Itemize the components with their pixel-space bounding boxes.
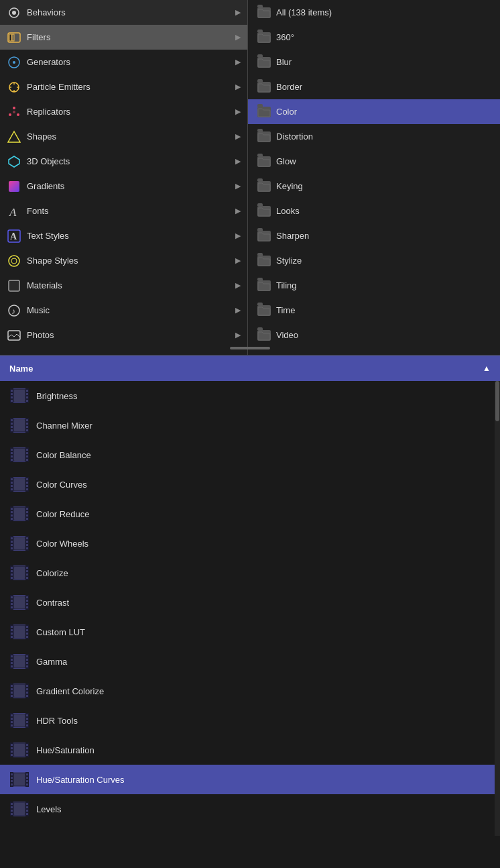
sidebar-arrow-materials: ▶: [235, 281, 241, 290]
scrollbar[interactable]: [230, 347, 270, 349]
svg-rect-175: [11, 744, 13, 746]
svg-rect-99: [14, 537, 25, 549]
svg-rect-191: [26, 773, 28, 775]
svg-rect-104: [11, 570, 13, 572]
filter-category-360[interactable]: 360°: [248, 25, 500, 50]
svg-rect-75: [14, 478, 25, 490]
filter-category-glow[interactable]: Glow: [248, 149, 500, 174]
sidebar-item-label-gradients: Gradients: [27, 181, 235, 191]
folder-icon-tiling: [257, 280, 271, 291]
list-item-color-reduce[interactable]: Color Reduce: [0, 499, 500, 529]
list-item-gradient-colorize[interactable]: Gradient Colorize: [0, 676, 500, 706]
filter-category-label-distortion: Distortion: [276, 131, 313, 142]
sidebar-item-label-materials: Materials: [27, 280, 235, 290]
list-item-hdr-tools[interactable]: HDR Tools: [0, 706, 500, 735]
name-header[interactable]: Name ▲: [0, 356, 500, 381]
sidebar-item-generators[interactable]: Generators▶: [0, 50, 247, 74]
filter-category-keying[interactable]: Keying: [248, 174, 500, 199]
svg-rect-34: [11, 400, 13, 402]
filter-category-blur[interactable]: Blur: [248, 50, 500, 74]
folder-icon-color: [257, 107, 271, 117]
list-item-colorize[interactable]: Colorize: [0, 558, 500, 588]
sidebar-item-filters[interactable]: Filters▶: [0, 25, 247, 50]
sidebar-item-shapes[interactable]: Shapes▶: [0, 124, 247, 149]
svg-rect-199: [11, 803, 13, 805]
filter-category-border[interactable]: Border: [248, 74, 500, 99]
svg-rect-141: [11, 662, 13, 664]
svg-rect-153: [11, 692, 13, 694]
list-item-custom-lut[interactable]: Custom LUT: [0, 617, 500, 647]
filter-category-stylize[interactable]: Stylize: [248, 248, 500, 273]
sidebar-item-replicators[interactable]: Replicators▶: [0, 99, 247, 124]
bottom-panel: Name ▲ Brightness Channel Mixer: [0, 356, 500, 868]
svg-rect-3: [9, 34, 11, 41]
list-item-color-wheels[interactable]: Color Wheels: [0, 529, 500, 558]
sidebar-item-text-styles[interactable]: AText Styles▶: [0, 223, 247, 248]
filter-category-sharpen[interactable]: Sharpen: [248, 223, 500, 248]
sidebar-item-label-text-styles: Text Styles: [27, 231, 235, 241]
sidebar-item-materials[interactable]: Materials▶: [0, 273, 247, 298]
film-strip-icon-color-wheels: [9, 535, 29, 552]
filter-category-distortion[interactable]: Distortion: [248, 124, 500, 149]
svg-point-14: [9, 113, 11, 116]
filter-category-label-blur: Blur: [276, 57, 292, 67]
sidebar-item-shape-styles[interactable]: Shape Styles▶: [0, 248, 247, 273]
svg-rect-59: [26, 449, 28, 451]
svg-rect-195: [14, 773, 25, 785]
svg-rect-44: [11, 423, 13, 425]
svg-rect-83: [26, 508, 28, 510]
list-item-levels[interactable]: Levels: [0, 794, 500, 824]
film-strip-icon-hue-saturation: [9, 741, 29, 759]
sidebar-item-label-shape-styles: Shape Styles: [27, 256, 235, 266]
sidebar-arrow-text-styles: ▶: [235, 231, 241, 240]
filter-category-all[interactable]: All (138 items): [248, 0, 500, 25]
sidebar-item-label-particle-emitters: Particle Emitters: [27, 82, 235, 92]
sidebar-item-3d-objects[interactable]: 3D Objects▶: [0, 149, 247, 174]
svg-rect-67: [11, 478, 13, 480]
svg-rect-47: [26, 419, 28, 421]
list-item-channel-mixer[interactable]: Channel Mixer: [0, 411, 500, 440]
svg-rect-55: [11, 449, 13, 451]
svg-rect-72: [26, 482, 28, 484]
filter-category-color[interactable]: Color: [248, 99, 500, 124]
list-item-hue-saturation[interactable]: Hue/Saturation: [0, 735, 500, 765]
list-item-color-curves[interactable]: Color Curves: [0, 470, 500, 499]
svg-point-22: [9, 256, 19, 266]
sidebar-item-gradients[interactable]: Gradients▶: [0, 174, 247, 199]
list-scrollbar[interactable]: [495, 381, 500, 836]
list-item-hue-saturation-curves[interactable]: Hue/Saturation Curves: [0, 765, 500, 794]
svg-rect-109: [26, 574, 28, 576]
list-item-brightness[interactable]: Brightness: [0, 381, 500, 411]
list-item-gamma[interactable]: Gamma: [0, 647, 500, 676]
filter-category-time[interactable]: Time: [248, 298, 500, 323]
list-item-color-balance[interactable]: Color Balance: [0, 440, 500, 470]
svg-rect-85: [26, 514, 28, 517]
svg-rect-84: [26, 511, 28, 513]
bottom-panel-wrapper: Name ▲ Brightness Channel Mixer: [0, 356, 500, 868]
sidebar-item-fonts[interactable]: AFonts▶: [0, 199, 247, 223]
svg-rect-82: [11, 518, 13, 520]
sidebar-arrow-3d-objects: ▶: [235, 157, 241, 166]
svg-rect-134: [26, 636, 28, 638]
svg-rect-130: [11, 636, 13, 638]
folder-icon-video: [257, 330, 271, 341]
top-panel: Behaviors▶Filters▶Generators▶Particle Em…: [0, 0, 500, 356]
sidebar-item-photos[interactable]: Photos▶: [0, 323, 247, 347]
svg-rect-106: [11, 577, 13, 579]
folder-icon-blur: [257, 57, 271, 68]
sidebar-item-music[interactable]: ♪Music▶: [0, 298, 247, 323]
sidebar-item-behaviors[interactable]: Behaviors▶: [0, 0, 247, 25]
filter-category-looks[interactable]: Looks: [248, 199, 500, 223]
svg-rect-86: [26, 518, 28, 520]
sidebar-arrow-shape-styles: ▶: [235, 256, 241, 265]
svg-rect-128: [11, 629, 13, 631]
list-item-label-gradient-colorize: Gradient Colorize: [36, 686, 104, 696]
folder-icon-looks: [257, 206, 271, 217]
list-item-contrast[interactable]: Contrast: [0, 588, 500, 617]
filter-category-video[interactable]: Video: [248, 323, 500, 347]
folder-icon-glow: [257, 156, 271, 167]
filter-category-tiling[interactable]: Tiling: [248, 273, 500, 298]
film-strip-icon-colorize: [9, 564, 29, 582]
sidebar-item-particle-emitters[interactable]: Particle Emitters▶: [0, 74, 247, 99]
svg-rect-142: [11, 665, 13, 667]
